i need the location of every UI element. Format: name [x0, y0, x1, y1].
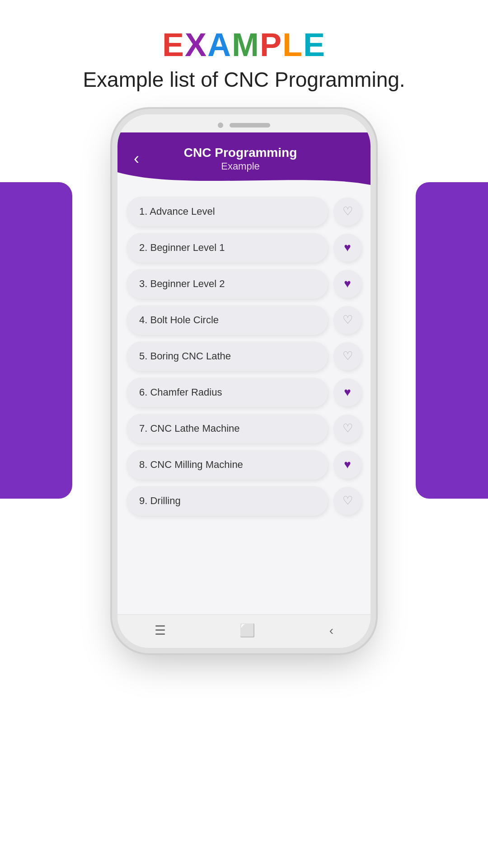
- phone-bottom-nav: ☰ ⬜ ‹: [117, 614, 371, 648]
- item-label-4[interactable]: 4. Bolt Hole Circle: [127, 305, 328, 335]
- title-letter-e1: E: [162, 27, 185, 63]
- title-letter-x: X: [185, 27, 207, 63]
- heart-button-1[interactable]: ♡: [333, 198, 361, 226]
- phone-mockup: ‹ CNC Programming Example 1. Advance Lev…: [117, 114, 371, 648]
- phone-scene: ‹ CNC Programming Example 1. Advance Lev…: [0, 101, 488, 868]
- heart-button-8[interactable]: ♥: [333, 451, 361, 479]
- nav-home-icon[interactable]: ⬜: [239, 623, 255, 638]
- header-text: CNC Programming Example: [143, 145, 358, 172]
- app-header: ‹ CNC Programming Example: [117, 132, 371, 189]
- back-button[interactable]: ‹: [130, 147, 143, 170]
- phone-top-bar: [117, 114, 371, 132]
- example-title: EXAMPLE: [83, 27, 405, 63]
- title-letter-e2: E: [303, 27, 326, 63]
- title-letter-p: P: [260, 27, 282, 63]
- list-item: 4. Bolt Hole Circle♡: [127, 305, 361, 335]
- title-letter-m: M: [232, 27, 260, 63]
- item-label-3[interactable]: 3. Beginner Level 2: [127, 269, 328, 299]
- list-item: 5. Boring CNC Lathe♡: [127, 341, 361, 371]
- title-letter-a: A: [207, 27, 232, 63]
- header-title: CNC Programming: [143, 145, 338, 160]
- phone-camera-dot: [218, 123, 223, 128]
- heart-button-6[interactable]: ♥: [333, 378, 361, 406]
- list-item: 9. Drilling♡: [127, 486, 361, 516]
- item-label-2[interactable]: 2. Beginner Level 1: [127, 233, 328, 263]
- side-decoration-right: [416, 182, 488, 499]
- list-item: 7. CNC Lathe Machine♡: [127, 414, 361, 443]
- nav-back-icon[interactable]: ‹: [329, 623, 333, 638]
- item-label-6[interactable]: 6. Chamfer Radius: [127, 377, 328, 407]
- item-label-5[interactable]: 5. Boring CNC Lathe: [127, 341, 328, 371]
- header-wave: [117, 172, 371, 189]
- heart-button-5[interactable]: ♡: [333, 342, 361, 370]
- list-item: 8. CNC Milling Machine♥: [127, 450, 361, 480]
- list-item: 2. Beginner Level 1♥: [127, 233, 361, 263]
- phone-speaker: [230, 123, 270, 127]
- header-subtitle: Example: [143, 160, 338, 172]
- heart-button-4[interactable]: ♡: [333, 306, 361, 334]
- page-subtitle: Example list of CNC Programming.: [83, 67, 405, 92]
- items-list: 1. Advance Level♡2. Beginner Level 1♥3. …: [117, 189, 371, 614]
- item-label-8[interactable]: 8. CNC Milling Machine: [127, 450, 328, 480]
- item-label-7[interactable]: 7. CNC Lathe Machine: [127, 414, 328, 443]
- list-item: 3. Beginner Level 2♥: [127, 269, 361, 299]
- heart-button-3[interactable]: ♥: [333, 270, 361, 298]
- nav-menu-icon[interactable]: ☰: [155, 623, 166, 638]
- list-item: 1. Advance Level♡: [127, 197, 361, 226]
- app-screen: ‹ CNC Programming Example 1. Advance Lev…: [117, 132, 371, 614]
- item-label-1[interactable]: 1. Advance Level: [127, 197, 328, 226]
- heart-button-7[interactable]: ♡: [333, 415, 361, 443]
- list-item: 6. Chamfer Radius♥: [127, 377, 361, 407]
- heart-button-9[interactable]: ♡: [333, 487, 361, 515]
- side-decoration-left: [0, 182, 72, 499]
- page-header: EXAMPLE Example list of CNC Programming.: [83, 27, 405, 92]
- title-letter-l: L: [282, 27, 303, 63]
- heart-button-2[interactable]: ♥: [333, 234, 361, 262]
- item-label-9[interactable]: 9. Drilling: [127, 486, 328, 516]
